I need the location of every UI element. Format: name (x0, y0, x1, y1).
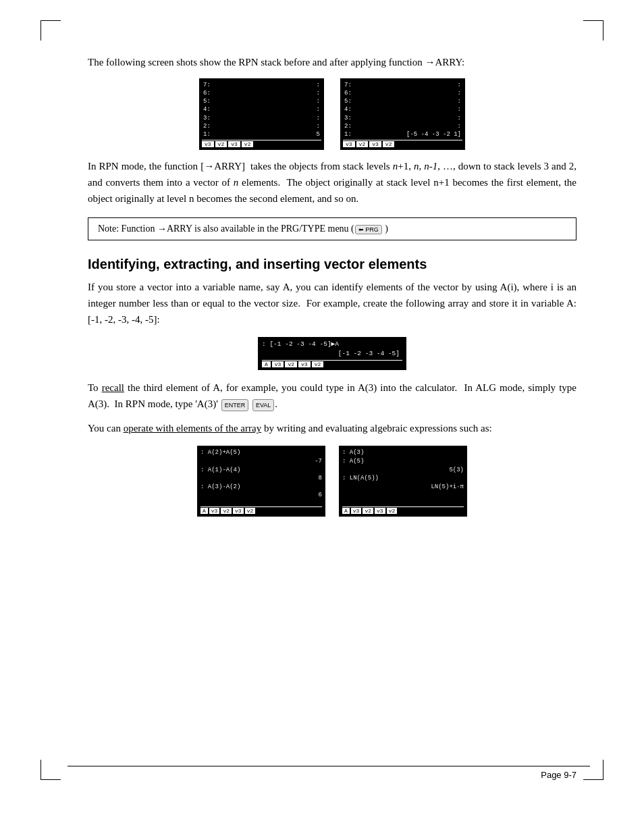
rpn-after-row-4: 4: : (343, 105, 462, 113)
alg-right-menu-v2b[interactable]: v2 (387, 508, 398, 514)
rpn-label-7: 7: (203, 81, 211, 89)
alg-left-row-1v: -7 (200, 457, 322, 466)
rpn-screen-after: 7: : 6: : 5: : 4: : (340, 78, 465, 150)
alg-right-row-1: : A(3) (342, 448, 464, 457)
alg-left-label-3: : A(3)·A(2) (200, 483, 240, 492)
alg-left-row-3: : A(3)·A(2) (200, 483, 322, 492)
alg-left-menu-v3[interactable]: v3 (209, 508, 220, 514)
var-row-2: [-1 -2 -3 -4 -5] (262, 349, 402, 359)
alg-right-menu-v3[interactable]: v3 (351, 508, 362, 514)
alg-right-menu-v2[interactable]: v2 (363, 508, 373, 514)
alg-left-val-2v: 8 (319, 474, 322, 483)
var-screen: : [-1 -2 -3 -4 -5]▶A [-1 -2 -3 -4 -5] A … (258, 337, 406, 371)
rpn-before-menu: v3 v2 v3 v2 (202, 140, 321, 147)
rpn-screens-row: 7: : 6: : 5: : 4: : (88, 78, 576, 150)
rpn-val-5: : (317, 97, 320, 105)
rpn-row-2: 2: : (202, 122, 321, 130)
rpn-row-7: 7: : (202, 81, 321, 89)
rpn-after-menu-v3b[interactable]: v3 (369, 141, 381, 147)
note-text2: ) (383, 224, 388, 234)
rpn-after-menu-v2b[interactable]: v2 (383, 141, 395, 147)
rpn-label-1: 1: (203, 130, 211, 138)
alg-left-label-1: : A(2)+A(5) (200, 448, 240, 457)
alg-right-val-3v: LN(5)+i·π (431, 483, 464, 492)
rpn-after-val-7: : (458, 81, 461, 89)
var-menu-v2[interactable]: v2 (285, 361, 297, 367)
rpn-after-val-3: : (458, 114, 461, 122)
rpn-screen-after-body: 7: : 6: : 5: : 4: : (343, 81, 462, 138)
rpn-val-6: : (317, 89, 320, 97)
rpn-after-menu-v3[interactable]: v3 (343, 141, 355, 147)
var-menu-v2b[interactable]: v2 (312, 361, 324, 367)
corner-mark-br (583, 760, 603, 780)
rpn-label-2: 2: (203, 122, 211, 130)
rpn-after-val-5: : (458, 97, 461, 105)
rpn-after-row-5: 5: : (343, 97, 462, 105)
rpn-after-label-6: 6: (344, 89, 352, 97)
alg-right-body: : A(3) : A(5) 5(3) : LN(A(5)) (342, 448, 464, 505)
alg-left-menu-v2[interactable]: v2 (221, 508, 232, 514)
alg-screens-row: : A(2)+A(5) -7 : A(1)-A(4) 8 (88, 446, 576, 517)
alg-right-menu-a[interactable]: A (342, 508, 350, 514)
alg-right-val-2v: 5(3) (449, 466, 464, 475)
rpn-label-5: 5: (203, 97, 211, 105)
intro-paragraph: The following screen shots show the RPN … (88, 54, 576, 70)
page-number: Page 9-7 (541, 770, 576, 780)
var-menu-a[interactable]: A (262, 361, 271, 367)
alg-screen-left: : A(2)+A(5) -7 : A(1)-A(4) 8 (197, 446, 325, 517)
rpn-row-4: 4: : (202, 105, 321, 113)
note-box: Note: Function →ARRY is also available i… (88, 217, 576, 240)
alg-left-body: : A(2)+A(5) -7 : A(1)-A(4) 8 (200, 448, 322, 505)
var-menu-v3b[interactable]: v3 (298, 361, 311, 367)
enter-key-button[interactable]: ENTER (221, 399, 249, 411)
rpn-after-label-4: 4: (344, 105, 352, 113)
alg-left-row-3v: 6 (200, 491, 322, 500)
rpn-val-1: 5 (317, 130, 320, 138)
var-menu: A v3 v2 v3 v2 (262, 360, 402, 367)
alg-left-menu-a[interactable]: A (200, 508, 208, 514)
rpn-after-row-3: 3: : (343, 114, 462, 122)
rpn-after-row-1: 1: [-5 -4 -3 -2 1] (343, 130, 462, 138)
alg-left-menu-v3b[interactable]: v3 (233, 508, 244, 514)
rpn-after-label-7: 7: (344, 81, 352, 89)
page: The following screen shots show the RPN … (0, 0, 644, 834)
rpn-before-menu-v2b[interactable]: v2 (242, 141, 254, 147)
alg-right-menu-v3b[interactable]: v3 (375, 508, 385, 514)
section-para1: If you store a vector into a variable na… (88, 279, 576, 328)
alg-left-menu-v2b[interactable]: v2 (245, 508, 256, 514)
rpn-before-menu-v3[interactable]: v3 (202, 141, 214, 147)
alg-right-label-1: : A(3) (342, 448, 364, 457)
rpn-before-menu-v3b[interactable]: v3 (228, 141, 240, 147)
prg-key-icon[interactable]: ⬅ PRG (355, 225, 382, 234)
rpn-after-row-6: 6: : (343, 89, 462, 97)
rpn-screen-before: 7: : 6: : 5: : 4: : (199, 78, 324, 150)
rpn-label-3: 3: (203, 114, 211, 122)
rpn-after-label-3: 3: (344, 114, 352, 122)
corner-mark-tl (41, 20, 61, 41)
alg-right-row-2: : A(5) (342, 457, 464, 466)
section-heading: Identifying, extracting, and inserting v… (88, 257, 576, 272)
rpn-row-5: 5: : (202, 97, 321, 105)
rpn-row-1: 1: 5 (202, 130, 321, 138)
note-text: Note: Function →ARRY is also available i… (98, 224, 354, 234)
rpn-after-row-7: 7: : (343, 81, 462, 89)
rpn-after-row-2: 2: : (343, 122, 462, 130)
rpn-after-menu: v3 v2 v3 v2 (343, 140, 462, 147)
var-screen-wrap: : [-1 -2 -3 -4 -5]▶A [-1 -2 -3 -4 -5] A … (88, 337, 576, 371)
operate-paragraph: You can operate with elements of the arr… (88, 420, 576, 436)
var-row-1: : [-1 -2 -3 -4 -5]▶A (262, 340, 402, 349)
rpn-after-val-1: [-5 -4 -3 -2 1] (406, 130, 461, 138)
eval-key-button[interactable]: EVAL (252, 399, 274, 411)
rpn-label-4: 4: (203, 105, 211, 113)
alg-left-label-2: : A(1)-A(4) (200, 466, 240, 475)
rpn-after-val-4: : (458, 105, 461, 113)
alg-right-label-3: : LN(A(5)) (342, 474, 379, 483)
var-screen-body: : [-1 -2 -3 -4 -5]▶A [-1 -2 -3 -4 -5] (262, 340, 402, 359)
rpn-label-6: 6: (203, 89, 211, 97)
var-menu-v3[interactable]: v3 (272, 361, 284, 367)
rpn-before-menu-v2[interactable]: v2 (215, 141, 227, 147)
rpn-after-menu-v2[interactable]: v2 (356, 141, 369, 147)
footer-line (68, 766, 590, 766)
alg-left-row-2v: 8 (200, 474, 322, 483)
rpn-val-3: : (317, 114, 320, 122)
